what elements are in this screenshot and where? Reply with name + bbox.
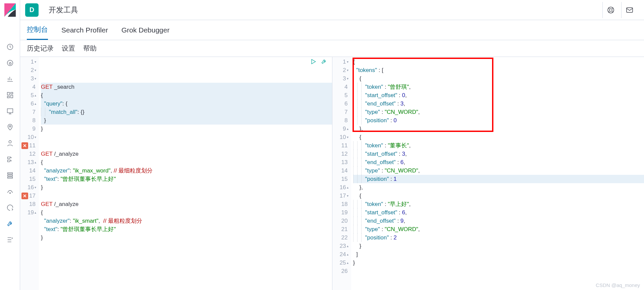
response-pane[interactable]: ⋮⋮ 1▾2▾3▾456789▴10▾111213141516▴17▾18192… bbox=[332, 57, 644, 290]
dashboard-icon[interactable] bbox=[3, 88, 17, 102]
svg-point-7 bbox=[9, 126, 11, 127]
app-badge: D bbox=[25, 3, 39, 17]
page-title: 开发工具 bbox=[49, 5, 78, 15]
sidebar bbox=[0, 0, 20, 290]
request-code[interactable]: GET _search{ "query": {"match_all": {} }… bbox=[39, 57, 332, 290]
main: D 开发工具 控制台 Search Profiler Grok Debugger… bbox=[20, 0, 644, 290]
tab-profiler[interactable]: Search Profiler bbox=[61, 20, 108, 40]
maps-icon[interactable] bbox=[3, 121, 17, 134]
run-icon[interactable] bbox=[310, 58, 317, 67]
svg-rect-6 bbox=[7, 109, 13, 113]
ml-icon[interactable] bbox=[3, 137, 17, 150]
error-marker[interactable]: ✕ bbox=[21, 193, 28, 199]
request-pane[interactable]: 1▾2▾3▾45▴6▴78910▾111213▴141516▾171819▴ G… bbox=[20, 57, 332, 290]
canvas-icon[interactable] bbox=[3, 104, 17, 118]
wrench-icon[interactable] bbox=[321, 58, 327, 67]
request-gutter: 1▾2▾3▾45▴6▴78910▾111213▴141516▾171819▴ bbox=[20, 57, 39, 290]
watermark: CSDN @aq_money bbox=[596, 282, 640, 288]
response-gutter: 1▾2▾3▾456789▴10▾111213141516▴17▾18192021… bbox=[332, 57, 351, 290]
subtabs: 控制台 Search Profiler Grok Debugger bbox=[20, 20, 644, 40]
svg-point-8 bbox=[9, 141, 11, 143]
menu-help[interactable]: 帮助 bbox=[83, 44, 97, 53]
response-code[interactable]: { "tokens" : [ {"token" : "曾舒琪","start_o… bbox=[351, 57, 644, 290]
menubar: 历史记录 设置 帮助 bbox=[20, 40, 644, 57]
logs-icon[interactable] bbox=[3, 169, 17, 182]
run-toolbar bbox=[310, 58, 327, 67]
svg-rect-9 bbox=[7, 173, 12, 174]
svg-rect-2 bbox=[7, 92, 9, 95]
svg-point-1 bbox=[7, 60, 13, 66]
tab-console[interactable]: 控制台 bbox=[27, 20, 48, 40]
kibana-logo[interactable] bbox=[0, 0, 20, 20]
svg-point-14 bbox=[609, 9, 612, 11]
topbar: D 开发工具 bbox=[20, 0, 644, 20]
feedback-icon[interactable] bbox=[621, 2, 637, 18]
management-icon[interactable] bbox=[3, 233, 17, 246]
help-icon[interactable] bbox=[602, 2, 619, 18]
menu-history[interactable]: 历史记录 bbox=[27, 44, 54, 53]
svg-rect-10 bbox=[7, 175, 12, 176]
menu-settings[interactable]: 设置 bbox=[62, 44, 75, 53]
sidebar-nav bbox=[3, 20, 17, 290]
recent-icon[interactable] bbox=[3, 40, 17, 54]
infra-icon[interactable] bbox=[3, 153, 17, 166]
svg-rect-5 bbox=[7, 96, 9, 98]
devtools-icon[interactable] bbox=[3, 217, 17, 230]
svg-point-12 bbox=[9, 193, 10, 194]
visualize-icon[interactable] bbox=[3, 72, 17, 86]
uptime-icon[interactable] bbox=[3, 201, 17, 214]
svg-rect-4 bbox=[10, 95, 12, 98]
divider-handle[interactable]: ⋮⋮ bbox=[332, 173, 334, 183]
svg-rect-3 bbox=[10, 92, 12, 94]
tab-grok[interactable]: Grok Debugger bbox=[121, 20, 170, 40]
error-marker[interactable]: ✕ bbox=[21, 142, 28, 149]
discover-icon[interactable] bbox=[3, 56, 17, 70]
svg-rect-15 bbox=[627, 8, 633, 12]
apm-icon[interactable] bbox=[3, 185, 17, 198]
svg-rect-11 bbox=[7, 177, 12, 178]
content: 1▾2▾3▾45▴6▴78910▾111213▴141516▾171819▴ G… bbox=[20, 57, 644, 290]
